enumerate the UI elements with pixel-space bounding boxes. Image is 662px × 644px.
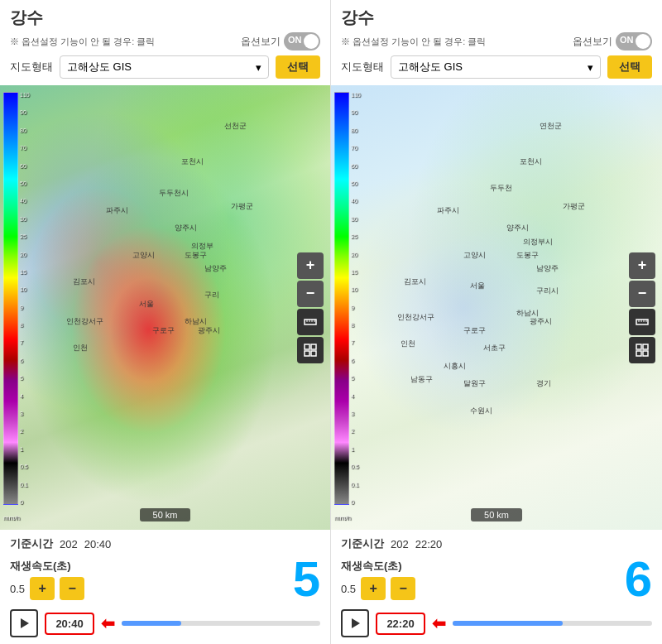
svg-rect-5 [305, 344, 309, 349]
left-header: 강수 ※ 옵션설정 기능이 안 될 경우: 클릭 옵션보기 ON 지도형태 고해… [0, 0, 330, 85]
left-chevron-down-icon: ▾ [256, 61, 261, 74]
right-map-type-select[interactable]: 고해상도 GIS ▾ [391, 55, 601, 79]
left-grid-button[interactable] [297, 337, 324, 363]
right-map-type-label: 지도형태 [341, 60, 384, 74]
left-ref-time-label: 기준시간 [10, 536, 53, 551]
right-toggle-area[interactable]: 옵션보기 ON [573, 32, 652, 50]
right-zoom-out-button[interactable]: − [629, 281, 655, 307]
right-speed-controls: 0.5 + − [341, 577, 618, 600]
left-title: 강수 [10, 7, 320, 29]
right-legend-unit: mm/h [334, 514, 351, 521]
svg-rect-16 [643, 344, 648, 349]
left-map-container: 선천군 포천시 두두천시 파주시 양주시 가평군 의정부 고양시 도봉구 남양주… [0, 85, 330, 530]
right-playback-label: 재생속도(초) [341, 559, 402, 574]
right-speed-minus-button[interactable]: − [391, 577, 415, 600]
city-label: 파주시 [437, 205, 459, 216]
left-select-button[interactable]: 선택 [276, 55, 320, 79]
right-zoom-in-button[interactable]: + [629, 252, 655, 279]
svg-rect-18 [643, 351, 648, 356]
right-scale-bar: 50 km [471, 508, 522, 521]
svg-marker-19 [352, 618, 360, 628]
left-toggle-on-label: ON [288, 35, 302, 45]
right-bottom-controls: 기준시간 202 22:20 재생속도(초) 0.5 + − 6 22:20 [331, 530, 662, 644]
left-play-button[interactable] [10, 609, 38, 637]
city-label: 양주시 [175, 223, 197, 233]
left-legend-unit: mm/h [3, 514, 20, 521]
city-label: 서초구 [483, 343, 506, 353]
right-options-row: ※ 옵션설정 기능이 안 될 경우: 클릭 옵션보기 ON [341, 32, 652, 50]
left-map-type-select[interactable]: 고해상도 GIS ▾ [60, 55, 269, 79]
right-ruler-button[interactable] [629, 309, 655, 335]
right-time-indicator: 22:20 [376, 613, 425, 635]
left-legend-numbers: 11090807060 5040302520 1510987 65432 10.… [20, 92, 30, 505]
left-options-row: ※ 옵션설정 기능이 안 될 경우: 클릭 옵션보기 ON [10, 32, 320, 50]
city-label: 구로구 [152, 325, 175, 336]
city-label: 수원시 [470, 406, 492, 416]
city-label: 의정부 [191, 241, 213, 252]
right-map-controls: + − [629, 252, 655, 363]
city-label: 광주시 [530, 316, 552, 327]
play-icon [17, 617, 31, 630]
right-speed-row: 재생속도(초) 0.5 + − 6 [341, 555, 652, 604]
right-arrow-icon: ⬅ [432, 613, 446, 633]
city-label: 남양주 [536, 263, 559, 274]
left-toggle-knob [304, 34, 319, 49]
left-toggle-label: 옵션보기 [241, 35, 281, 49]
left-map-type-value: 고해상도 GIS [67, 60, 132, 74]
right-toggle-label: 옵션보기 [573, 35, 612, 49]
left-ref-time-value: 20:40 [84, 538, 112, 550]
left-speed-plus-button[interactable]: + [30, 577, 55, 600]
left-speed-minus-button[interactable]: − [60, 577, 84, 600]
left-playback-label: 재생속도(초) [10, 559, 71, 574]
svg-rect-8 [311, 351, 316, 356]
right-play-button[interactable] [341, 609, 369, 637]
right-header: 강수 ※ 옵션설정 기능이 안 될 경우: 클릭 옵션보기 ON 지도형태 고해… [331, 0, 662, 85]
city-label: 인천 [73, 343, 88, 353]
city-label: 도봉구 [516, 250, 539, 261]
svg-rect-15 [636, 344, 641, 349]
left-time-indicator: 20:40 [45, 613, 94, 635]
city-label: 서울 [139, 299, 154, 310]
right-map-type-row: 지도형태 고해상도 GIS ▾ 선택 [341, 55, 652, 79]
left-big-number: 5 [293, 555, 320, 604]
svg-rect-17 [636, 351, 641, 356]
city-label: 서울 [470, 281, 485, 291]
grid-icon [304, 344, 317, 357]
city-label: 파주시 [106, 205, 128, 216]
city-label: 인천강서구 [66, 316, 103, 327]
city-label: 도봉구 [185, 250, 207, 261]
city-label: 포천시 [181, 156, 204, 167]
svg-rect-6 [311, 344, 316, 349]
right-grid-button[interactable] [629, 337, 655, 363]
right-map-visual: 연천군 포천시 두두천 파주시 양주시 가평군 의정부시 고양시 도봉구 남양주… [331, 85, 662, 530]
svg-rect-7 [305, 351, 309, 356]
left-bottom-controls: 기준시간 202 20:40 재생속도(초) 0.5 + − 5 20:40 [0, 530, 330, 644]
city-label: 가평군 [231, 201, 253, 212]
right-ref-time-label: 기준시간 [341, 536, 384, 551]
right-big-number: 6 [625, 555, 652, 604]
right-select-button[interactable]: 선택 [607, 55, 652, 79]
city-label: 선천군 [224, 121, 247, 132]
left-arrow-icon: ⬅ [101, 613, 115, 633]
right-ref-time-value: 22:20 [415, 538, 443, 550]
right-progress-bar[interactable] [453, 621, 652, 626]
left-ref-time-code: 202 [60, 538, 78, 550]
right-ref-time-code: 202 [391, 538, 409, 550]
left-zoom-out-button[interactable]: − [297, 281, 324, 307]
left-ruler-button[interactable] [297, 309, 324, 335]
left-toggle-area[interactable]: 옵션보기 ON [241, 32, 320, 50]
ruler-icon [304, 315, 317, 329]
city-label: 김포시 [404, 276, 426, 287]
right-legend-numbers: 11090807060 5040302520 1510987 65432 10.… [351, 92, 361, 505]
right-legend-color-bar [334, 92, 349, 505]
left-progress-bar[interactable] [122, 621, 320, 626]
left-toggle-switch[interactable]: ON [284, 32, 320, 50]
right-speed-plus-button[interactable]: + [361, 577, 386, 600]
right-map-container: 연천군 포천시 두두천 파주시 양주시 가평군 의정부시 고양시 도봉구 남양주… [331, 85, 662, 530]
left-zoom-in-button[interactable]: + [297, 252, 324, 279]
left-map-visual: 선천군 포천시 두두천시 파주시 양주시 가평군 의정부 고양시 도봉구 남양주… [0, 85, 330, 530]
city-label: 고양시 [132, 250, 155, 261]
right-toggle-switch[interactable]: ON [616, 32, 652, 50]
left-map-type-row: 지도형태 고해상도 GIS ▾ 선택 [10, 55, 320, 79]
left-map-type-label: 지도형태 [10, 60, 53, 74]
